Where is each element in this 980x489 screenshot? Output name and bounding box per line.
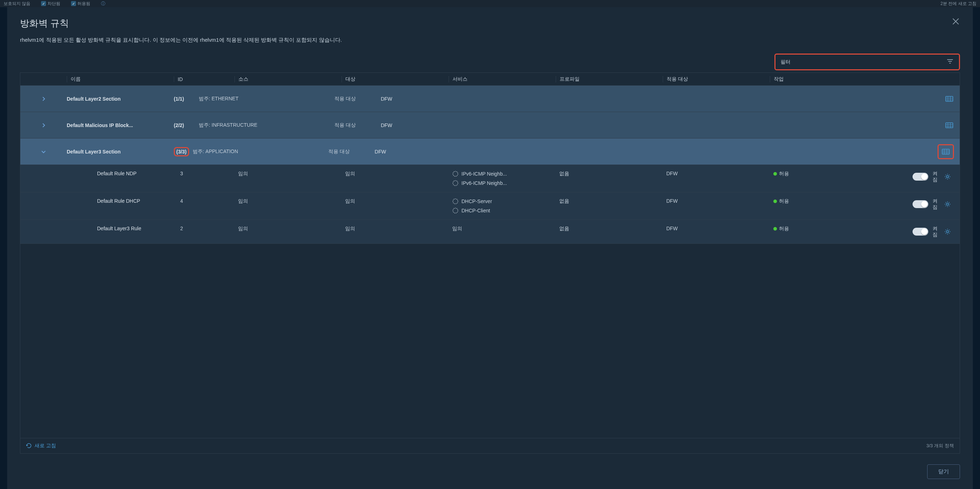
toggle-label: 켜짐 [932,198,940,210]
rule-applied: DFW [663,226,770,231]
chevron-right-icon [41,96,46,102]
rule-source: 임의 [234,170,342,177]
section-count: (2/2) [174,123,199,128]
expand-toggle[interactable] [20,123,67,128]
header-name: 이름 [67,76,174,83]
svg-point-22 [947,175,948,178]
grid-view-icon[interactable] [945,121,954,129]
rule-row: Default Layer3 Rule2임의임의임의없음DFW허용켜짐 [20,220,960,244]
info-icon[interactable]: ⓘ [101,1,105,7]
close-button[interactable]: 닫기 [927,464,960,479]
svg-rect-15 [942,149,949,154]
rule-applied: DFW [663,170,770,176]
close-icon[interactable] [951,17,960,26]
rule-toggle[interactable] [913,200,928,208]
status-dot [773,227,777,231]
section-name: Default Layer3 Section [67,149,174,155]
section-applied-value: DFW [375,149,937,155]
section-scope: 범주: INFRASTRUCTURE [199,122,334,129]
rule-action: 허용 [770,170,877,177]
rule-id: 4 [174,198,234,204]
section-count: (1/1) [174,96,199,102]
service-label: DHCP-Client [461,208,490,213]
rule-profile: 없음 [556,170,663,177]
dialog-description: rhelvm1에 적용된 모든 활성 방화벽 규칙을 표시합니다. 이 정보에는… [20,37,960,43]
unprotected-label: 보호되지 않음 [3,1,30,7]
refresh-time: 2분 전에 새로 고침 [940,1,977,6]
section-applied-label: 적용 대상 [334,96,381,102]
table-footer: 새로 고침 3/3 개의 정책 [20,438,960,453]
gear-icon[interactable] [944,201,951,208]
rule-name: Default Layer3 Rule [67,226,174,231]
rule-source: 임의 [234,198,342,204]
rule-profile: 없음 [556,226,663,232]
svg-point-20 [453,171,458,176]
svg-point-25 [947,203,948,205]
rules-table: 이름 ID 소스 대상 서비스 프로파일 적용 대상 작업 Default La… [20,72,960,454]
rule-service: DHCP-ServerDHCP-Client [449,198,556,214]
header-service: 서비스 [449,76,556,83]
gear-icon[interactable] [944,173,951,180]
section-name: Default Layer2 Section [67,96,174,102]
rule-action: 허용 [770,198,877,204]
header-id: ID [174,76,234,82]
rule-dest: 임의 [342,198,449,204]
svg-point-23 [453,199,458,204]
service-item: IPv6-ICMP Neighb... [452,170,556,177]
rule-applied: DFW [663,198,770,204]
service-icon [452,170,458,177]
header-action: 작업 [770,76,877,83]
svg-point-21 [453,181,458,186]
gear-icon[interactable] [944,228,951,235]
section-count: (3/3) [174,147,189,156]
rule-profile: 없음 [556,198,663,204]
header-dest: 대상 [342,76,449,83]
rule-source: 임의 [234,226,342,232]
service-label: IPv6-ICMP Neighb... [461,171,507,177]
allowed-checkbox[interactable]: ✓ 허용됨 [71,1,90,7]
filter-input[interactable]: 필터 [775,54,960,70]
svg-rect-5 [946,96,953,101]
header-source: 소스 [234,76,342,83]
rule-toggle[interactable] [913,173,928,181]
status-dot [773,199,777,203]
rule-service: 임의 [449,226,556,232]
grid-view-icon[interactable] [937,144,954,159]
svg-point-26 [947,231,948,233]
rule-name: Default Rule DHCP [67,198,174,204]
service-item: DHCP-Server [452,198,556,204]
rule-id: 3 [174,170,234,176]
refresh-button[interactable]: 새로 고침 [26,443,56,449]
expand-toggle[interactable] [20,96,67,102]
rule-service-text: 임의 [452,226,556,232]
expand-toggle[interactable] [20,149,67,155]
service-label: DHCP-Server [461,199,492,204]
rule-action: 허용 [770,226,877,232]
grid-view-icon[interactable] [945,95,954,103]
blocked-checkbox[interactable]: ✓ 차단됨 [41,1,60,7]
rule-service: IPv6-ICMP Neighb...IPv6-ICMP Neighb... [449,170,556,186]
svg-point-24 [453,208,458,213]
section-scope: 범주: APPLICATION [193,148,328,155]
svg-rect-10 [946,123,953,128]
service-icon [452,180,458,186]
section-row[interactable]: Default Malicious IP Block...(2/2)범주: IN… [20,112,960,139]
section-applied-label: 적용 대상 [328,148,375,155]
chevron-down-icon [41,149,46,155]
service-icon [452,198,458,204]
rule-dest: 임의 [342,226,449,232]
section-row[interactable]: Default Layer3 Section(3/3)범주: APPLICATI… [20,139,960,165]
chevron-right-icon [41,123,46,128]
firewall-rules-dialog: 방화벽 규칙 rhelvm1에 적용된 모든 활성 방화벽 규칙을 표시합니다.… [7,7,973,489]
section-name: Default Malicious IP Block... [67,123,174,128]
background-toolbar: 보호되지 않음 ✓ 차단됨 ✓ 허용됨 ⓘ 2분 전에 새로 고침 [0,0,980,7]
toggle-label: 켜짐 [932,170,940,183]
rule-row: Default Rule DHCP4임의임의DHCP-ServerDHCP-Cl… [20,193,960,220]
status-dot [773,172,777,175]
section-scope: 범주: ETHERNET [199,96,334,102]
rule-toggle[interactable] [913,228,928,236]
table-body: Default Layer2 Section(1/1)범주: ETHERNET적… [20,86,960,438]
dialog-title: 방화벽 규칙 [20,17,69,30]
section-row[interactable]: Default Layer2 Section(1/1)범주: ETHERNET적… [20,86,960,112]
service-icon [452,207,458,214]
